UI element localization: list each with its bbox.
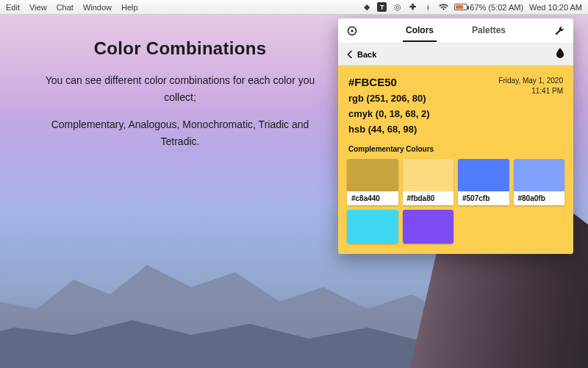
swatch-chip xyxy=(347,159,398,191)
color-time: 11:41 PM xyxy=(498,86,563,96)
complementary-label: Complementary Colours xyxy=(338,145,573,159)
marketing-line2: Complementary, Analogous, Monochromatic,… xyxy=(37,116,323,150)
chevron-left-icon xyxy=(347,51,353,58)
menubar-app-menu: Edit View Chat Window Help xyxy=(6,3,138,12)
menu-view[interactable]: View xyxy=(29,3,47,12)
swatch-label: #80a0fb xyxy=(514,191,565,205)
square-t-icon[interactable]: T xyxy=(377,2,387,12)
swatch-label: #c8a440 xyxy=(347,191,398,205)
target-icon[interactable]: ◎ xyxy=(392,2,402,12)
drop-icon[interactable]: ◆ xyxy=(362,2,371,12)
menu-edit[interactable]: Edit xyxy=(6,3,20,12)
menubar-clock[interactable]: Wed 10:20 AM xyxy=(529,3,582,12)
macos-menubar: Edit View Chat Window Help ◆ T ◎ ✚ ᚼ 67%… xyxy=(0,0,588,15)
swatch-507cfb[interactable]: #507cfb xyxy=(458,159,509,205)
swatch-chip xyxy=(403,159,454,191)
swatch-label: #507cfb xyxy=(458,191,509,205)
panel-tabs-row: Colors Palettes xyxy=(338,18,573,43)
color-panel: Colors Palettes Back #FBCE50 rgb (251, 2… xyxy=(338,18,573,254)
marketing-copy: Color Combinations You can see different… xyxy=(37,38,323,160)
back-button[interactable]: Back xyxy=(347,50,376,59)
back-label: Back xyxy=(357,50,376,59)
tab-palettes[interactable]: Palettes xyxy=(469,19,509,42)
color-detail: #FBCE50 rgb (251, 206, 80) cmyk (0, 18, … xyxy=(338,66,573,145)
menu-chat[interactable]: Chat xyxy=(57,3,74,12)
swatch-label: #fbda80 xyxy=(403,191,454,205)
swatch-chip xyxy=(403,210,454,244)
svg-point-1 xyxy=(351,29,353,32)
color-hex: #FBCE50 xyxy=(348,76,430,88)
panel-back-row: Back xyxy=(338,43,573,66)
battery-text: 67% (5:02 AM) xyxy=(470,3,523,12)
tab-colors[interactable]: Colors xyxy=(403,19,437,42)
eyedropper-icon[interactable] xyxy=(345,26,359,36)
plus-icon[interactable]: ✚ xyxy=(408,2,417,12)
marketing-line1: You can see different color combinations… xyxy=(37,72,323,106)
menu-help[interactable]: Help xyxy=(121,3,138,12)
color-cmyk: cmyk (0, 18, 68, 2) xyxy=(348,108,430,119)
swatch-7c4bf2[interactable]: #7c4bf2 xyxy=(403,210,454,244)
swatch-chip xyxy=(458,159,509,191)
drop-icon[interactable] xyxy=(556,48,564,60)
swatch-chip xyxy=(347,210,398,244)
swatch-3fd8f2[interactable]: #3fd8f2 xyxy=(347,210,398,244)
bluetooth-icon[interactable]: ᚼ xyxy=(423,2,433,12)
color-date: Friday, May 1, 2020 xyxy=(498,76,563,86)
menu-window[interactable]: Window xyxy=(83,3,112,12)
swatch-fbda80[interactable]: #fbda80 xyxy=(403,159,454,205)
battery-status[interactable]: 67% (5:02 AM) xyxy=(454,3,523,12)
swatch-80a0fb[interactable]: #80a0fb xyxy=(514,159,565,205)
battery-icon xyxy=(454,4,467,10)
swatch-chip xyxy=(514,159,565,191)
menubar-status-area: ◆ T ◎ ✚ ᚼ 67% (5:02 AM) Wed 10:20 AM xyxy=(362,2,582,12)
color-rgb: rgb (251, 206, 80) xyxy=(348,93,430,104)
settings-icon[interactable] xyxy=(553,26,566,36)
swatch-c8a440[interactable]: #c8a440 xyxy=(347,159,398,205)
marketing-title: Color Combinations xyxy=(37,38,323,59)
swatch-grid: #c8a440#fbda80#507cfb#80a0fb#3fd8f2#7c4b… xyxy=(338,159,573,254)
wifi-icon[interactable] xyxy=(439,2,448,12)
color-hsb: hsb (44, 68, 98) xyxy=(348,124,430,135)
